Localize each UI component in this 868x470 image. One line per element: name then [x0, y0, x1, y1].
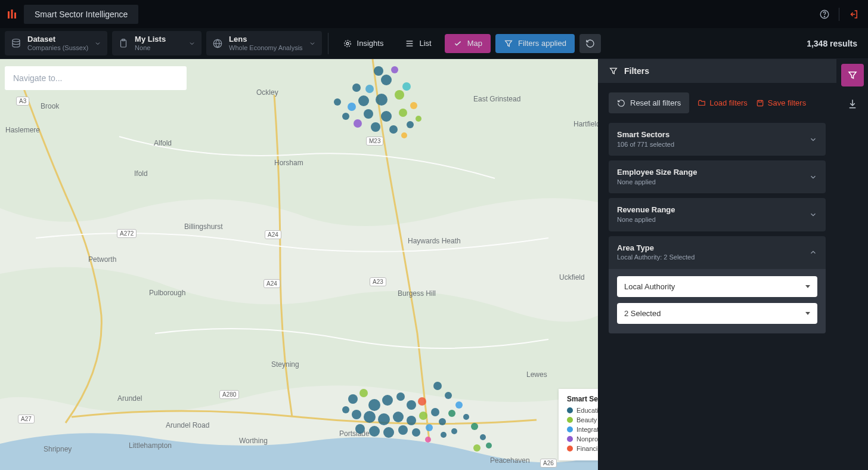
right-rail — [836, 59, 868, 470]
area-selected-select[interactable]: 2 Selected — [617, 303, 817, 324]
map-marker[interactable] — [364, 411, 376, 423]
map-marker[interactable] — [381, 111, 392, 122]
svg-point-10 — [344, 40, 351, 47]
map-marker[interactable] — [348, 103, 356, 111]
legend-item: Integration — [567, 426, 590, 433]
map-marker[interactable] — [451, 428, 457, 434]
map-area[interactable]: BrookHaslemereIfoldAlfoldOckleyHorshamBi… — [0, 59, 598, 470]
separator — [839, 8, 839, 21]
dataset-title: Dataset — [27, 35, 88, 44]
map-marker[interactable] — [391, 66, 398, 73]
map-marker[interactable] — [383, 427, 394, 438]
area-type-select[interactable]: Local Authority — [617, 276, 817, 297]
accordion-header[interactable]: Area Type Local Authority: 2 Selected — [609, 236, 826, 269]
map-marker[interactable] — [369, 426, 380, 437]
map-marker[interactable] — [473, 444, 480, 452]
map-marker[interactable] — [352, 410, 361, 419]
map-marker[interactable] — [426, 424, 433, 431]
map-marker[interactable] — [354, 119, 362, 128]
place-label: Uckfield — [559, 273, 585, 282]
dataset-selector[interactable]: Dataset Companies (Sussex) — [5, 31, 107, 55]
reset-filters-button[interactable]: Reset all filters — [609, 92, 689, 113]
map-marker[interactable] — [412, 428, 420, 437]
map-marker[interactable] — [399, 109, 407, 117]
legend-item: Education — [567, 407, 590, 414]
map-marker[interactable] — [365, 85, 374, 93]
map-marker[interactable] — [402, 82, 411, 91]
map-marker[interactable] — [441, 432, 447, 438]
map-marker[interactable] — [382, 395, 393, 406]
accordion-header[interactable]: Employee Size Range None applied — [609, 160, 826, 193]
logout-icon[interactable] — [844, 5, 863, 24]
map-marker[interactable] — [419, 412, 427, 420]
map-marker[interactable] — [381, 75, 392, 85]
map-marker[interactable] — [371, 122, 380, 132]
map-marker[interactable] — [407, 416, 416, 425]
map-marker[interactable] — [359, 389, 368, 397]
map-marker[interactable] — [486, 443, 492, 449]
map-marker[interactable] — [463, 414, 469, 420]
map-marker[interactable] — [416, 116, 421, 122]
map-marker[interactable] — [368, 399, 380, 411]
rail-filter-button[interactable] — [841, 64, 864, 86]
accordion-title: Revenue Range — [617, 205, 809, 215]
map-marker[interactable] — [393, 412, 404, 422]
help-icon[interactable] — [815, 5, 834, 24]
map-marker[interactable] — [389, 125, 398, 134]
map-marker[interactable] — [395, 90, 404, 100]
map-marker[interactable] — [342, 113, 349, 120]
accordion-header[interactable]: Revenue Range None applied — [609, 198, 826, 231]
lens-title: Lens — [229, 35, 303, 44]
map-marker[interactable] — [352, 84, 361, 92]
map-marker[interactable] — [401, 132, 407, 138]
insights-button[interactable]: Insights — [334, 34, 392, 53]
map-marker[interactable] — [439, 418, 446, 425]
map-marker[interactable] — [407, 400, 416, 410]
map-marker[interactable] — [348, 394, 358, 404]
map-marker[interactable] — [398, 425, 408, 435]
map-marker[interactable] — [410, 102, 417, 109]
map-marker[interactable] — [418, 397, 426, 406]
map-marker[interactable] — [445, 392, 452, 399]
map-marker[interactable] — [342, 406, 349, 413]
list-button[interactable]: List — [396, 34, 439, 53]
map-marker[interactable] — [376, 94, 388, 106]
insights-label: Insights — [357, 39, 384, 48]
map-marker[interactable] — [378, 413, 390, 425]
map-marker[interactable] — [358, 95, 369, 106]
chevron-down-icon — [809, 173, 817, 181]
map-marker[interactable] — [448, 410, 455, 417]
map-marker[interactable] — [431, 408, 439, 416]
place-label: Peacehaven — [490, 456, 530, 465]
map-marker[interactable] — [364, 109, 373, 119]
road-badge: A24 — [265, 230, 281, 239]
rail-download-button[interactable] — [841, 92, 864, 115]
app-title-chip[interactable]: Smart Sector Intelligence — [24, 5, 138, 24]
accordion-header[interactable]: Smart Sectors 106 of 771 selected — [609, 123, 826, 156]
map-marker[interactable] — [455, 401, 463, 409]
place-label: Arundel — [117, 394, 142, 403]
map-marker[interactable] — [355, 424, 365, 434]
map-marker[interactable] — [407, 121, 414, 128]
place-label: Haslemere — [5, 126, 40, 134]
navigate-input[interactable] — [5, 66, 187, 90]
map-marker[interactable] — [374, 66, 383, 76]
legend-title: Smart Sectors — [567, 395, 590, 403]
map-marker[interactable] — [334, 98, 341, 106]
filters-applied-button[interactable]: Filters applied — [495, 34, 575, 53]
filter-smart-sectors: Smart Sectors 106 of 771 selected — [609, 123, 826, 156]
lens-selector[interactable]: Lens Whole Economy Analysis — [206, 31, 322, 55]
map-marker[interactable] — [471, 423, 478, 430]
app-logo-icon[interactable] — [5, 7, 19, 21]
map-marker[interactable] — [433, 382, 442, 390]
map-button[interactable]: Map — [445, 34, 491, 53]
main: BrookHaslemereIfoldAlfoldOckleyHorshamBi… — [0, 59, 868, 470]
save-filters-link[interactable]: Save filters — [756, 98, 806, 107]
undo-button[interactable] — [579, 34, 601, 53]
map-marker[interactable] — [480, 434, 486, 440]
map-marker[interactable] — [396, 392, 405, 401]
list-icon — [405, 39, 414, 48]
load-filters-link[interactable]: Load filters — [698, 98, 748, 107]
map-marker[interactable] — [425, 437, 431, 443]
mylists-selector[interactable]: My Lists None — [112, 31, 202, 55]
